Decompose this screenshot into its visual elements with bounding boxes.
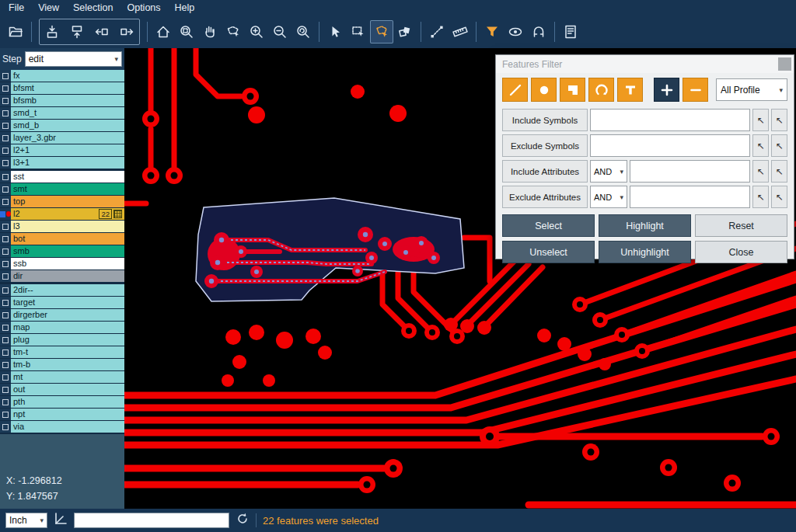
command-input[interactable]: [74, 513, 229, 528]
include-attributes-label[interactable]: Include Attributes: [502, 160, 588, 183]
color-swatch-icon[interactable]: [393, 20, 417, 43]
layer-row-map[interactable]: map: [0, 322, 124, 333]
filter-arc-button[interactable]: [588, 78, 614, 102]
snap-magnet-icon[interactable]: [527, 20, 550, 43]
layer-name[interactable]: sst: [11, 171, 124, 183]
layer-name[interactable]: l3+1: [11, 157, 124, 169]
layer-row-l3[interactable]: l3: [0, 221, 124, 232]
zoom-in-icon[interactable]: [245, 20, 268, 43]
refresh-icon[interactable]: [236, 512, 250, 529]
pick-attributes-multi-icon[interactable]: ↖: [771, 186, 787, 208]
layer-row-mt[interactable]: mt: [0, 371, 124, 383]
layer-row-out[interactable]: out: [0, 384, 124, 395]
layer-checkbox[interactable]: [2, 387, 9, 393]
include-attributes-operator-select[interactable]: AND▾: [590, 160, 627, 183]
close-button[interactable]: Close: [695, 241, 787, 263]
filter-funnel-icon[interactable]: [480, 20, 504, 43]
dialog-close-button[interactable]: [778, 57, 791, 71]
menu-selection[interactable]: Selection: [66, 0, 120, 16]
pick-symbols-icon[interactable]: ↖: [752, 134, 769, 157]
layer-checkbox[interactable]: [2, 374, 9, 381]
open-folder-icon[interactable]: [4, 20, 27, 43]
include-attributes-input[interactable]: [630, 160, 750, 183]
layer-checkbox[interactable]: [2, 273, 9, 280]
layer-name[interactable]: pth: [11, 396, 124, 408]
ruler-icon[interactable]: [449, 20, 472, 43]
pick-symbols-multi-icon[interactable]: ↖: [771, 109, 787, 131]
select-button[interactable]: Select: [502, 214, 595, 237]
layer-name[interactable]: smd_b: [11, 120, 124, 131]
layer-row-smt[interactable]: smt: [0, 183, 124, 195]
layer-checkbox[interactable]: [2, 261, 9, 267]
layer-checkbox[interactable]: [2, 325, 9, 331]
layer-row-bot[interactable]: bot: [0, 233, 124, 245]
zoom-previous-icon[interactable]: [292, 20, 315, 43]
layer-name[interactable]: ssb: [11, 258, 124, 269]
zoom-out-icon[interactable]: [268, 20, 292, 43]
zoom-window-icon[interactable]: [175, 20, 198, 43]
layer-row-target[interactable]: target: [0, 297, 124, 308]
unit-select[interactable]: Inch▾: [5, 513, 47, 528]
layer-checkbox[interactable]: [2, 199, 9, 205]
layer-row-smd_b[interactable]: smd_b: [0, 120, 124, 131]
layer-checkbox[interactable]: [2, 399, 9, 405]
layer-checkbox[interactable]: [2, 73, 9, 79]
layer-name[interactable]: tm-t: [11, 346, 124, 358]
layer-row-pth[interactable]: pth: [0, 396, 124, 408]
layer-row-npt[interactable]: npt: [0, 409, 124, 420]
layer-name[interactable]: smt: [11, 183, 124, 195]
layer-checkbox[interactable]: [2, 224, 9, 230]
layer-checkbox[interactable]: [2, 362, 9, 368]
layer-checkbox[interactable]: [2, 160, 9, 166]
layer-row-dirgerber[interactable]: dirgerber: [0, 309, 124, 321]
pick-symbols-multi-icon[interactable]: ↖: [771, 134, 787, 157]
layer-row-2dir[interactable]: 2dir--: [0, 284, 124, 296]
exclude-attributes-label[interactable]: Exclude Attributes: [502, 186, 588, 208]
layer-row-dir[interactable]: dir: [0, 270, 124, 282]
layer-row-bfsmb[interactable]: bfsmb: [0, 95, 124, 106]
filter-line-button[interactable]: [502, 78, 528, 102]
layer-row-sst[interactable]: sst: [0, 171, 124, 183]
layer-name[interactable]: plug: [11, 334, 124, 346]
layer-row-ssb[interactable]: ssb: [0, 258, 124, 269]
layer-row-smb[interactable]: smb: [0, 245, 124, 257]
layer-name[interactable]: npt: [11, 409, 124, 420]
layer-checkbox[interactable]: [2, 249, 9, 255]
highlight-button[interactable]: Highlight: [599, 214, 691, 237]
pick-attributes-icon[interactable]: ↖: [752, 186, 769, 208]
layer-name[interactable]: l3: [11, 221, 124, 232]
layer-name[interactable]: top: [11, 196, 124, 207]
layer-name[interactable]: dir: [11, 270, 124, 282]
layer-row-bfsmt[interactable]: bfsmt: [0, 82, 124, 94]
filter-add-button[interactable]: [654, 78, 679, 102]
layer-name[interactable]: 2dir--: [11, 284, 124, 296]
home-view-icon[interactable]: [152, 20, 175, 43]
layer-checkbox[interactable]: [2, 186, 9, 193]
layer-checkbox[interactable]: [2, 123, 9, 129]
layer-name[interactable]: target: [11, 297, 124, 308]
layer-checkbox[interactable]: [2, 349, 9, 356]
dialog-titlebar[interactable]: Features Filter: [496, 55, 794, 73]
layer-row-via[interactable]: via: [0, 421, 124, 433]
eye-visibility-icon[interactable]: [504, 20, 527, 43]
layer-name[interactable]: dirgerber: [11, 309, 124, 321]
layer-checkbox[interactable]: [2, 135, 9, 141]
layer-name[interactable]: l222: [11, 208, 124, 220]
step-select[interactable]: edit▾: [25, 51, 122, 67]
layer-name[interactable]: map: [11, 322, 124, 333]
log-panel-icon[interactable]: [559, 20, 582, 43]
layer-checkbox[interactable]: [2, 98, 9, 104]
layer-row-top[interactable]: top: [0, 196, 124, 207]
angle-measure-icon[interactable]: [54, 512, 68, 529]
include-symbols-label[interactable]: Include Symbols: [502, 109, 588, 131]
exclude-attributes-operator-select[interactable]: AND▾: [590, 186, 627, 208]
rectangle-select-icon[interactable]: [347, 20, 370, 43]
layer-name[interactable]: smb: [11, 245, 124, 257]
layer-checkbox[interactable]: [2, 110, 9, 116]
layer-name[interactable]: mt: [11, 371, 124, 383]
reset-button[interactable]: Reset: [695, 214, 787, 237]
menu-file[interactable]: File: [2, 0, 31, 16]
layer-checkbox[interactable]: [2, 337, 9, 343]
pan-hand-icon[interactable]: [198, 20, 222, 43]
layer-checkbox[interactable]: [2, 148, 9, 154]
